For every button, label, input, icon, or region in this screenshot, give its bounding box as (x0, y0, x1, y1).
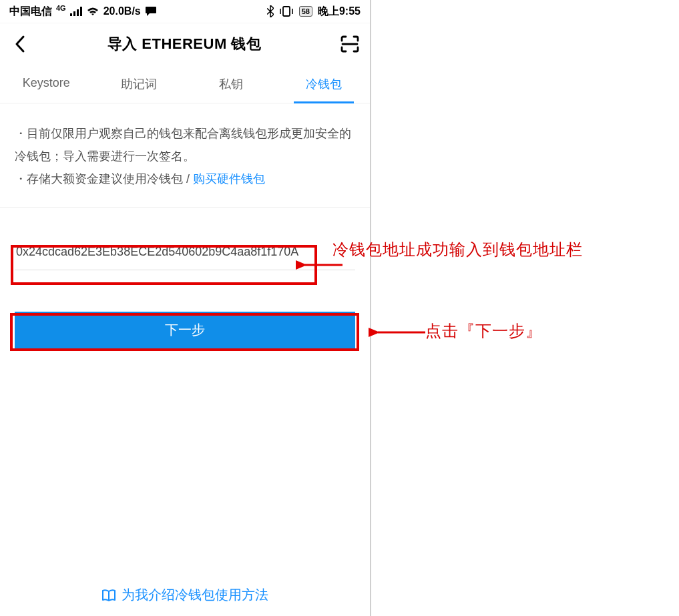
signal-bars-icon (70, 7, 82, 16)
bluetooth-icon (267, 5, 274, 17)
tab-keystore[interactable]: Keystore (0, 64, 93, 103)
tab-coldwallet[interactable]: 冷钱包 (278, 64, 371, 103)
info-panel: ・目前仅限用户观察自己的钱包来配合离线钱包形成更加安全的冷钱包；导入需要进行一次… (0, 103, 370, 208)
clock-text: 晚上9:55 (318, 5, 361, 19)
buy-hardware-link[interactable]: 购买硬件钱包 (193, 172, 265, 186)
annotation-text-1: 冷钱包地址成功输入到钱包地址栏 (332, 239, 583, 260)
tab-mnemonic[interactable]: 助记词 (93, 64, 186, 103)
svg-rect-0 (70, 13, 72, 16)
back-icon[interactable] (11, 32, 28, 56)
network-speed: 20.0B/s (103, 5, 141, 17)
help-link[interactable]: 为我介绍冷钱包使用方法 (0, 586, 370, 604)
scan-icon[interactable] (341, 35, 359, 53)
svg-rect-3 (80, 7, 82, 16)
nav-bar: 导入 ETHEREUM 钱包 (0, 23, 370, 64)
svg-rect-1 (73, 11, 75, 16)
svg-rect-4 (283, 7, 290, 16)
chat-bubble-icon (145, 6, 157, 17)
info-line2: ・存储大额资金建议使用冷钱包 / 购买硬件钱包 (15, 168, 355, 190)
carrier-text: 中国电信 (9, 5, 52, 19)
vibrate-icon (279, 6, 294, 17)
phone-frame: 中国电信 4G 20.0B/s 58 晚上9:55 (0, 0, 371, 616)
tab-privatekey[interactable]: 私钥 (185, 64, 278, 103)
annotation-text-2: 点击『下一步』 (425, 320, 542, 342)
tabs: Keystore 助记词 私钥 冷钱包 (0, 64, 370, 103)
info-line1: ・目前仅限用户观察自己的钱包来配合离线钱包形成更加安全的冷钱包；导入需要进行一次… (15, 122, 355, 168)
battery-icon: 58 (299, 6, 312, 17)
wifi-icon (86, 7, 99, 16)
svg-rect-2 (77, 9, 79, 16)
status-bar: 中国电信 4G 20.0B/s 58 晚上9:55 (0, 0, 370, 23)
page-title: 导入 ETHEREUM 钱包 (107, 34, 262, 54)
book-icon (101, 589, 116, 603)
signal-4g-icon: 4G (56, 4, 66, 12)
next-button[interactable]: 下一步 (15, 312, 355, 348)
